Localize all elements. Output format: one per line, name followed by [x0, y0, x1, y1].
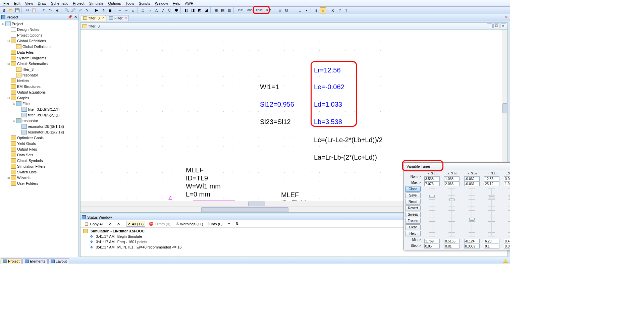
tree-optimizer-goals[interactable]: Optimizer Goals: [0, 135, 78, 141]
status-filter-errors[interactable]: ⛔Errors (0): [147, 221, 172, 227]
status-clear[interactable]: ✕: [107, 221, 113, 227]
menu-file[interactable]: File: [1, 1, 12, 6]
tuner-max-input[interactable]: [484, 181, 499, 186]
sch-text[interactable]: W=Wl1 mm: [186, 182, 221, 190]
tb-zoom-2[interactable]: ⤢: [77, 7, 83, 13]
tree-netlists[interactable]: Netlists: [0, 78, 78, 84]
tuner-slider[interactable]: [508, 188, 510, 236]
tuner-titlebar[interactable]: Variable Tuner ✕: [404, 163, 510, 170]
doc-tab-filter[interactable]: Filter✕: [107, 15, 129, 21]
sch-text[interactable]: Ld=1.033: [314, 101, 342, 108]
sch-text[interactable]: Sl23=Sl12: [260, 118, 291, 126]
tuner-col-header[interactable]: ..r_3:Le: [466, 171, 477, 176]
tb-zoom-0[interactable]: 🔍: [64, 7, 70, 13]
tuner-close-button[interactable]: Close: [405, 186, 421, 192]
status-filter-warnings[interactable]: ⚠Warnings (11): [174, 221, 205, 227]
tb-sim-1[interactable]: ↯: [100, 7, 106, 13]
tb-port[interactable]: PORT: [255, 7, 264, 13]
status-option-a[interactable]: ≡: [226, 221, 231, 227]
pin-icon[interactable]: 📌: [68, 15, 72, 19]
tb-nav-0[interactable]: ←: [117, 7, 123, 13]
tuner-slider[interactable]: [448, 188, 455, 236]
tree-filter-3-db-s-2-1-[interactable]: filter_3:DB(|S(2,1)|): [0, 112, 78, 118]
tuner-col-header[interactable]: ..3:Sl12: [506, 171, 510, 176]
status-clear-all[interactable]: ✕: [115, 221, 122, 227]
tuner-nom-input[interactable]: [484, 176, 499, 181]
tb-sim-0[interactable]: ▶: [94, 7, 100, 13]
tree-design-notes[interactable]: Design Notes: [0, 26, 78, 32]
tb-place-1[interactable]: ◨: [190, 7, 196, 13]
left-tab-elements[interactable]: Elements: [22, 258, 48, 264]
tb-nav-1[interactable]: →: [123, 7, 129, 13]
sch-text[interactable]: Lb=3.538: [314, 118, 342, 126]
tb-layout-1[interactable]: ▤: [220, 7, 226, 13]
tb-zoom-1[interactable]: 🔎: [70, 7, 76, 13]
tree-resonator[interactable]: resonator: [0, 72, 78, 78]
status-copy-all[interactable]: 📋Copy All: [83, 221, 105, 227]
sch-text[interactable]: Lr=12.56: [314, 66, 341, 74]
tree-em-structures[interactable]: EM Structures: [0, 84, 78, 89]
tree-circuit-schematics[interactable]: ⊟Circuit Schematics: [0, 61, 78, 66]
tb-undo-2[interactable]: 🖨: [54, 7, 60, 13]
tree-project-options[interactable]: Project Options: [0, 32, 78, 38]
tb-sub[interactable]: SUB: [264, 7, 273, 13]
sch-text[interactable]: La=Lr-Lb-(2*(Lc+Ld)): [314, 154, 377, 161]
menu-simulate[interactable]: Simulate: [87, 1, 106, 6]
left-tab-layout[interactable]: Layout: [48, 258, 69, 264]
tuner-save-button[interactable]: Save: [405, 192, 421, 198]
minimize-button[interactable]: —: [487, 23, 493, 28]
tuner-step-input[interactable]: [464, 244, 480, 248]
tb-draw-5[interactable]: ⬢: [173, 7, 179, 13]
tuner-min-input[interactable]: [464, 239, 480, 243]
tb-draw-2[interactable]: △: [153, 7, 159, 13]
tree-circuit-symbols[interactable]: Circuit Symbols: [0, 158, 78, 163]
tuner-freeze-button[interactable]: Freeze: [405, 218, 421, 224]
tb-place-3[interactable]: ◪: [203, 7, 209, 13]
tree-resonator-db-s-1-1-[interactable]: resonator:DB(|S(1,1)|): [0, 123, 78, 129]
tab-close-icon[interactable]: ✕: [102, 16, 105, 19]
tree-filter[interactable]: ⊟Filter: [0, 101, 78, 106]
tb-draw-1[interactable]: ○: [147, 7, 153, 13]
tuner-min-input[interactable]: [424, 239, 440, 243]
tb-sim-2[interactable]: ⏹: [107, 7, 113, 13]
tb-edit-0[interactable]: ✂: [24, 7, 30, 13]
tuner-col-header[interactable]: ..r_3:Lr: [487, 171, 497, 176]
tree-output-files[interactable]: Output Files: [0, 146, 78, 152]
status-filter-info[interactable]: ℹInfo (6): [207, 221, 224, 227]
menu-window[interactable]: Window: [153, 1, 171, 6]
tuner-max-input[interactable]: [504, 181, 510, 186]
tree-data-sets[interactable]: Data Sets: [0, 152, 78, 158]
tuner-min-input[interactable]: [504, 239, 510, 243]
tuner-col-header[interactable]: ..r_3:Ld: [446, 171, 457, 176]
tb-file-2[interactable]: 💾: [14, 7, 20, 13]
tb-file-0[interactable]: 🗎: [1, 7, 7, 13]
sch-text[interactable]: ID=TL9: [186, 174, 208, 182]
tuner-max-input[interactable]: [424, 181, 440, 186]
menu-awr[interactable]: AWR: [183, 1, 196, 6]
tuner-reset-button[interactable]: Reset: [405, 199, 421, 205]
tuner-slider[interactable]: [488, 188, 495, 236]
tree-simulation-filters[interactable]: Simulation Filters: [0, 163, 78, 169]
tree-data-files[interactable]: Data Files: [0, 49, 78, 55]
tuner-col-header[interactable]: ..r_3:Lb: [427, 171, 437, 176]
menu-draw[interactable]: Draw: [36, 1, 49, 6]
tree-twisty[interactable]: ⊟: [7, 96, 11, 100]
tb-misc-3[interactable]: ⟂: [297, 7, 303, 13]
tuner-min-input[interactable]: [444, 239, 460, 243]
tree-graphs[interactable]: ⊟Graphs: [0, 95, 78, 101]
doc-tabs-close[interactable]: ✕: [505, 15, 508, 19]
tab-close-icon[interactable]: ✕: [125, 16, 127, 19]
tuner-min-input[interactable]: [484, 239, 499, 243]
tree-wizards[interactable]: ⊞Wizards: [0, 175, 78, 180]
tb-zoom-3[interactable]: ⤡: [84, 7, 90, 13]
tb-misc-0[interactable]: ⊞: [277, 7, 283, 13]
variable-tuner-dialog[interactable]: Variable Tuner ✕ Nom->Max->CloseSaveRese…: [404, 162, 510, 250]
tb-text-1[interactable]: ⅟: [336, 7, 342, 13]
left-tab-project[interactable]: Project: [1, 258, 22, 264]
tuner-clear-button[interactable]: Clear: [405, 224, 421, 230]
sch-text[interactable]: Wl1=1: [260, 83, 279, 91]
tuner-nom-input[interactable]: [424, 176, 440, 181]
menu-view[interactable]: View: [23, 1, 36, 6]
status-filter-all[interactable]: ✔All (17): [126, 221, 145, 227]
menu-project[interactable]: Project: [71, 1, 87, 6]
